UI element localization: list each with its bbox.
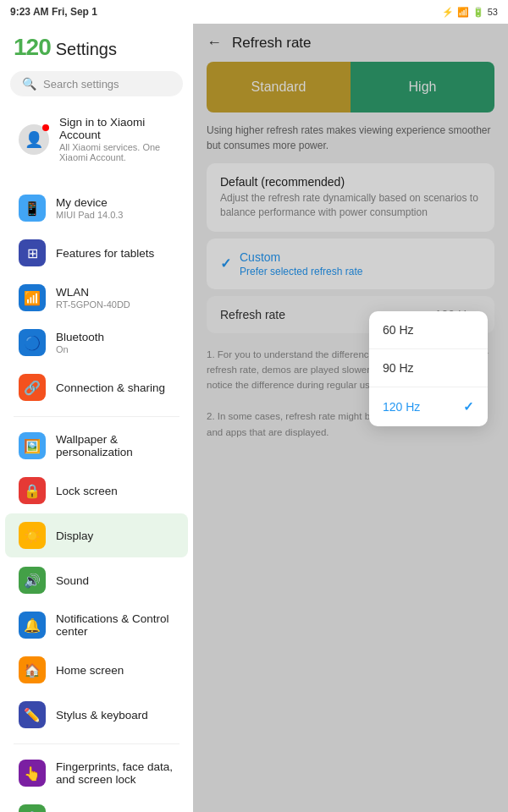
stylus-text: Stylus & keyboard [56,709,174,721]
fingerprints-text: Fingerprints, face data, and screen lock [56,760,174,786]
sound-text: Sound [56,574,174,587]
account-name: Sign in to Xiaomi Account [59,116,174,141]
lock-screen-text: Lock screen [56,485,174,497]
wlan-text: WLANRT-5GPON-40DD [56,286,174,310]
bluetooth-icon: 🔵 [19,329,46,356]
search-bar[interactable]: 🔍 Search settings [10,71,183,96]
sidebar-item-wlan[interactable]: 📶WLANRT-5GPON-40DD [5,276,188,320]
display-icon: ☀️ [19,522,46,549]
avatar: 👤 [19,124,49,155]
account-notification-dot [42,124,49,131]
features-for-tablets-icon: ⊞ [19,239,46,266]
sidebar: 120 Settings 🔍 Search settings 👤 Sign in… [0,24,193,812]
connection-sharing-label: Connection & sharing [56,381,174,394]
logo-settings: Settings [56,40,117,59]
dropdown-60hz-label: 60 Hz [383,323,414,337]
search-icon: 🔍 [22,77,36,91]
battery-icon: 🔋 [472,7,484,18]
status-time: 9:23 AM Fri, Sep 1 [10,6,97,18]
sidebar-item-security[interactable]: 🛡️Security [5,796,188,812]
features-for-tablets-text: Features for tablets [56,247,174,260]
dropdown-item-90hz[interactable]: 90 Hz [369,349,488,387]
my-device-sub: MIUI Pad 14.0.3 [56,210,174,220]
sidebar-item-lock-screen[interactable]: 🔒Lock screen [5,469,188,513]
wallpaper-icon: 🖼️ [19,432,46,459]
display-text: Display [56,529,174,542]
sidebar-item-connection-sharing[interactable]: 🔗Connection & sharing [5,365,188,409]
sidebar-item-display[interactable]: ☀️Display [5,513,188,557]
wlan-sub: RT-5GPON-40DD [56,299,174,310]
sidebar-logo: 120 Settings [0,24,193,64]
dropdown-120hz-label: 120 Hz [383,400,420,414]
bluetooth-sub: On [56,344,174,354]
sidebar-item-bluetooth[interactable]: 🔵BluetoothOn [5,321,188,365]
stylus-icon: ✏️ [19,701,46,728]
account-sub: All Xiaomi services. One Xiaomi Account. [59,142,174,162]
dropdown-check-icon: ✓ [463,399,474,414]
sidebar-items: 📱My deviceMIUI Pad 14.0.3⊞Features for t… [0,185,193,812]
sidebar-item-sound[interactable]: 🔊Sound [5,558,188,602]
sidebar-item-notifications[interactable]: 🔔Notifications & Control center [5,603,188,647]
connection-sharing-icon: 🔗 [19,374,46,401]
notifications-label: Notifications & Control center [56,612,174,638]
bluetooth-status-icon: ⚡ [442,7,454,18]
sidebar-item-wallpaper[interactable]: 🖼️Wallpaper & personalization [5,424,188,468]
logo-120: 120 [14,34,51,61]
bluetooth-label: Bluetooth [56,331,174,343]
fingerprints-icon: 👆 [19,760,46,787]
divider-2 [14,416,179,417]
lock-screen-icon: 🔒 [19,477,46,504]
account-text: Sign in to Xiaomi Account All Xiaomi ser… [59,116,174,162]
my-device-label: My device [56,196,174,209]
home-screen-icon: 🏠 [19,656,46,683]
search-input[interactable]: Search settings [43,78,119,91]
notifications-text: Notifications & Control center [56,612,174,638]
notifications-icon: 🔔 [19,612,46,639]
home-screen-text: Home screen [56,664,174,677]
sidebar-item-my-device[interactable]: 📱My deviceMIUI Pad 14.0.3 [5,186,188,230]
battery-text: 53 [488,7,498,17]
fingerprints-label: Fingerprints, face data, and screen lock [56,760,174,786]
sidebar-item-stylus[interactable]: ✏️Stylus & keyboard [5,693,188,737]
wallpaper-text: Wallpaper & personalization [56,433,174,458]
status-bar: 9:23 AM Fri, Sep 1 ⚡ 📶 🔋 53 [0,0,508,24]
wifi-icon: 📶 [457,7,469,18]
status-icons: ⚡ 📶 🔋 53 [442,7,498,18]
sidebar-item-account[interactable]: 👤 Sign in to Xiaomi Account All Xiaomi s… [5,107,188,171]
bluetooth-text: BluetoothOn [56,331,174,354]
sidebar-item-fingerprints[interactable]: 👆Fingerprints, face data, and screen loc… [5,751,188,795]
lock-screen-label: Lock screen [56,485,174,497]
divider-3 [14,743,179,744]
sidebar-item-features-for-tablets[interactable]: ⊞Features for tablets [5,231,188,275]
right-panel: ← Refresh rate Standard High Using highe… [193,24,508,812]
dropdown-item-60hz[interactable]: 60 Hz [369,311,488,348]
sound-label: Sound [56,574,174,587]
dropdown-popup: 60 Hz 90 Hz 120 Hz ✓ [369,311,488,426]
features-for-tablets-label: Features for tablets [56,247,174,260]
wlan-label: WLAN [56,286,174,299]
my-device-text: My deviceMIUI Pad 14.0.3 [56,196,174,220]
dropdown-90hz-label: 90 Hz [383,361,414,375]
home-screen-label: Home screen [56,664,174,677]
wlan-icon: 📶 [19,284,46,311]
connection-sharing-text: Connection & sharing [56,381,174,394]
dropdown-item-120hz[interactable]: 120 Hz ✓ [369,387,488,426]
my-device-icon: 📱 [19,195,46,222]
stylus-label: Stylus & keyboard [56,709,174,721]
sound-icon: 🔊 [19,567,46,594]
security-icon: 🛡️ [19,804,46,812]
display-label: Display [56,529,174,542]
sidebar-item-home-screen[interactable]: 🏠Home screen [5,648,188,692]
wallpaper-label: Wallpaper & personalization [56,433,174,458]
